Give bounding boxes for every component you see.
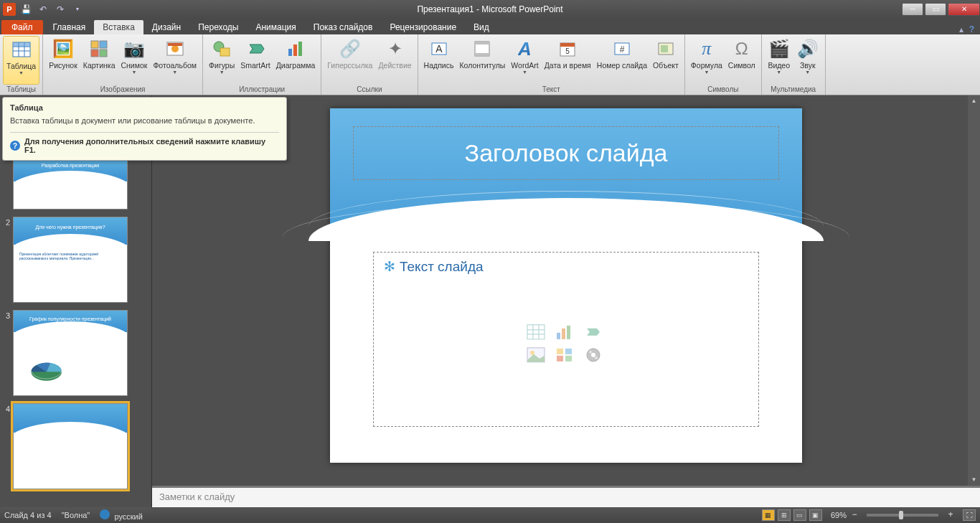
ribbon-tabs: Файл Главная Вставка Дизайн Переходы Ани… bbox=[0, 18, 980, 34]
insert-symbol-button[interactable]: Ω Символ bbox=[725, 36, 758, 85]
qat-customize-icon[interactable]: ▾ bbox=[70, 2, 85, 17]
svg-rect-39 bbox=[567, 326, 570, 339]
insert-smartart-button[interactable]: SmartArt bbox=[237, 36, 273, 85]
ribbon-body: Таблица ▼ Таблицы 🖼️ Рисунок Картинка 📷 … bbox=[0, 34, 980, 95]
slide-title-text: Заголовок слайда bbox=[465, 139, 668, 167]
tooltip-body: Вставка таблицы в документ или рисование… bbox=[10, 116, 279, 125]
equation-label: Формула bbox=[691, 62, 722, 70]
clipart-icon bbox=[88, 37, 110, 60]
slide-thumbnail-3[interactable]: График популярности презентаций bbox=[13, 310, 128, 396]
equation-icon: π bbox=[695, 37, 718, 60]
svg-text:#: # bbox=[620, 44, 625, 55]
zoom-out-button[interactable]: − bbox=[849, 510, 859, 520]
insert-shapes-button[interactable]: Фигуры ▼ bbox=[206, 36, 237, 85]
picture-label: Рисунок bbox=[49, 62, 77, 70]
insert-equation-button[interactable]: π Формула ▼ bbox=[688, 36, 725, 85]
normal-view-button[interactable]: ▦ bbox=[762, 509, 775, 521]
action-label: Действие bbox=[378, 62, 411, 70]
slide-thumbnail-1[interactable]: Разработка презентации bbox=[13, 159, 128, 209]
tab-view[interactable]: Вид bbox=[465, 20, 498, 34]
insert-video-button[interactable]: 🎬 Видео ▼ bbox=[765, 36, 793, 85]
insert-picture-icon[interactable] bbox=[525, 346, 547, 364]
svg-rect-22 bbox=[475, 53, 489, 56]
vertical-scrollbar[interactable] bbox=[968, 95, 980, 486]
svg-rect-14 bbox=[220, 48, 230, 56]
audio-icon: 🔊 bbox=[796, 37, 819, 60]
reading-view-button[interactable]: ▭ bbox=[793, 509, 806, 521]
object-label: Объект bbox=[653, 62, 679, 70]
insert-chart-icon[interactable] bbox=[554, 323, 575, 341]
app-icon: P bbox=[3, 3, 16, 16]
insert-datetime-button[interactable]: 5 Дата и время bbox=[542, 36, 594, 85]
insert-media-icon[interactable] bbox=[583, 346, 604, 364]
group-images-label: Изображения bbox=[46, 85, 199, 95]
slide-body-placeholder[interactable]: ✻Текст слайда bbox=[373, 252, 759, 427]
zoom-thumb[interactable] bbox=[899, 511, 903, 519]
wordart-icon: A bbox=[514, 37, 537, 60]
svg-rect-9 bbox=[100, 50, 107, 57]
symbol-icon: Ω bbox=[730, 37, 753, 60]
insert-textbox-button[interactable]: A Надпись bbox=[421, 36, 457, 85]
insert-object-button[interactable]: Объект bbox=[650, 36, 682, 85]
zoom-in-button[interactable]: + bbox=[946, 510, 956, 520]
insert-table-button[interactable]: Таблица ▼ bbox=[3, 36, 39, 85]
symbol-label: Символ bbox=[728, 62, 755, 70]
minimize-button[interactable]: ─ bbox=[902, 3, 923, 16]
qat-redo-icon[interactable]: ↷ bbox=[53, 2, 67, 17]
tab-design[interactable]: Дизайн bbox=[143, 20, 189, 34]
svg-rect-15 bbox=[288, 49, 292, 56]
tab-review[interactable]: Рецензирование bbox=[381, 20, 465, 34]
slide-title-placeholder[interactable]: Заголовок слайда bbox=[353, 126, 779, 180]
slideshow-view-button[interactable]: ▣ bbox=[809, 509, 822, 521]
zoom-level[interactable]: 69% bbox=[831, 511, 847, 519]
insert-photoalbum-button[interactable]: Фотоальбом ▼ bbox=[150, 36, 199, 85]
zoom-slider[interactable] bbox=[867, 514, 938, 517]
tab-home[interactable]: Главная bbox=[44, 20, 95, 34]
slide-canvas[interactable]: Заголовок слайда ✻Текст слайда bbox=[330, 108, 802, 463]
group-symbols-label: Символы bbox=[688, 85, 758, 95]
file-tab[interactable]: Файл bbox=[1, 20, 43, 34]
qat-save-icon[interactable]: 💾 bbox=[19, 2, 33, 17]
insert-clipart-button[interactable]: Картинка bbox=[80, 36, 118, 85]
photoalbum-icon bbox=[164, 37, 187, 60]
group-symbols: π Формула ▼ Ω Символ Символы bbox=[685, 34, 762, 95]
chevron-down-icon: ▼ bbox=[131, 70, 136, 75]
svg-rect-6 bbox=[91, 41, 98, 48]
insert-smartart-icon[interactable] bbox=[583, 323, 604, 341]
svg-point-48 bbox=[589, 351, 592, 354]
slide-counter: Слайд 4 из 4 bbox=[4, 511, 52, 519]
svg-rect-5 bbox=[13, 42, 30, 47]
slide-body-text: ✻Текст слайда bbox=[384, 258, 748, 275]
tab-transitions[interactable]: Переходы bbox=[189, 20, 247, 34]
chevron-down-icon: ▼ bbox=[805, 70, 810, 75]
insert-audio-button[interactable]: 🔊 Звук ▼ bbox=[793, 36, 822, 85]
close-button[interactable]: ✕ bbox=[948, 3, 980, 16]
help-icon[interactable]: ? bbox=[969, 24, 974, 34]
qat-undo-icon[interactable]: ↶ bbox=[36, 2, 50, 17]
slide-thumbnail-2[interactable]: Для чего нужна презентация? Презентация … bbox=[13, 217, 128, 303]
insert-table-icon[interactable] bbox=[525, 323, 547, 341]
tab-insert[interactable]: Вставка bbox=[94, 20, 143, 34]
tooltip-footer: Для получения дополнительных сведений на… bbox=[24, 137, 279, 154]
insert-hyperlink-button: 🔗 Гиперссылка bbox=[324, 36, 375, 85]
video-label: Видео bbox=[768, 62, 790, 70]
insert-screenshot-button[interactable]: 📷 Снимок ▼ bbox=[118, 36, 150, 85]
tab-slideshow[interactable]: Показ слайдов bbox=[305, 20, 382, 34]
chevron-down-icon: ▼ bbox=[776, 70, 781, 75]
ribbon-minimize-icon[interactable]: ▴ bbox=[959, 24, 963, 34]
sorter-view-button[interactable]: ⊞ bbox=[778, 509, 791, 521]
language-indicator[interactable]: русский bbox=[100, 509, 143, 521]
group-tables: Таблица ▼ Таблицы bbox=[0, 34, 43, 95]
notes-pane[interactable]: Заметки к слайду bbox=[152, 486, 980, 507]
maximize-button[interactable]: ▭ bbox=[925, 3, 946, 16]
tab-animation[interactable]: Анимация bbox=[247, 20, 304, 34]
insert-picture-button[interactable]: 🖼️ Рисунок bbox=[46, 36, 80, 85]
slide-thumbnail-4[interactable] bbox=[13, 403, 128, 489]
insert-headerfooter-button[interactable]: Колонтитулы bbox=[456, 36, 508, 85]
fit-to-window-button[interactable]: ⛶ bbox=[963, 509, 976, 521]
status-bar: Слайд 4 из 4 "Волна" русский ▦ ⊞ ▭ ▣ 69%… bbox=[0, 507, 980, 523]
insert-clipart-icon[interactable] bbox=[554, 346, 575, 364]
insert-chart-button[interactable]: Диаграмма bbox=[273, 36, 319, 85]
insert-wordart-button[interactable]: A WordArt ▼ bbox=[508, 36, 541, 85]
insert-slidenum-button[interactable]: # Номер слайда bbox=[594, 36, 650, 85]
